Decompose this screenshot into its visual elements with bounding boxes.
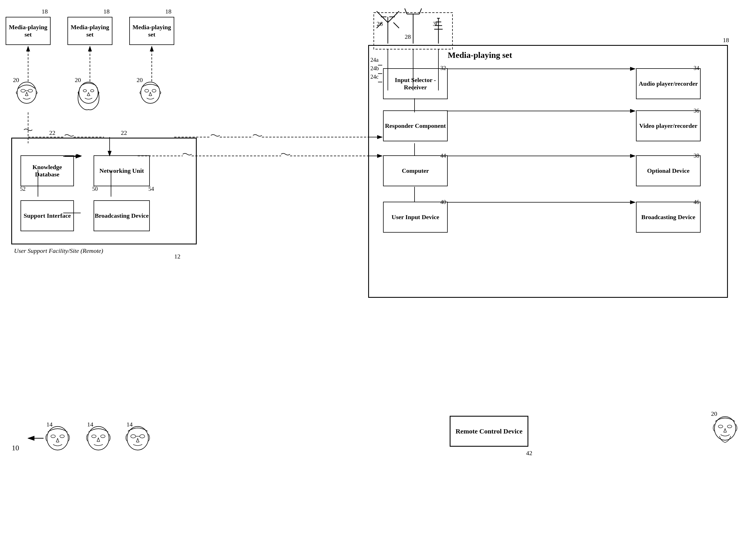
num-52: 52 (20, 186, 25, 192)
svg-point-11 (79, 82, 98, 103)
num-46: 46 (694, 199, 699, 205)
remote-control-box: Remote Control Device (450, 416, 528, 447)
knowledge-db-box: Knowledge Database (20, 155, 74, 186)
num-54: 54 (148, 186, 154, 192)
num-42: 42 (526, 449, 532, 457)
num-34: 34 (694, 65, 699, 71)
computer-label: Computer (402, 167, 429, 174)
svg-point-17 (152, 89, 156, 92)
svg-point-6 (17, 82, 36, 103)
num-32: 32 (440, 65, 446, 71)
facility-box: Knowledge Database Networking Unit Suppo… (11, 137, 197, 244)
num-30: 30 (433, 20, 439, 27)
svg-line-59 (377, 11, 382, 17)
svg-text:20: 20 (75, 76, 81, 84)
num-26: 26 (377, 20, 383, 27)
num-18-right: 18 (723, 37, 729, 44)
svg-point-41 (51, 435, 55, 438)
svg-point-46 (101, 435, 105, 438)
media-set-2-label: Media-playing set (68, 23, 112, 38)
svg-text:20: 20 (13, 76, 19, 84)
svg-point-86 (714, 417, 736, 440)
num-18-3: 18 (165, 8, 171, 15)
system-number: 10 (12, 444, 19, 452)
num-24a: 24a (370, 57, 379, 63)
svg-text:20: 20 (711, 410, 717, 417)
svg-point-88 (727, 425, 732, 428)
video-player-label: Video player/recorder (639, 122, 697, 129)
svg-text:20: 20 (137, 76, 143, 84)
computer-box: Computer (383, 155, 448, 186)
svg-point-7 (21, 89, 25, 92)
support-interface-label: Support Interface (23, 212, 71, 219)
svg-point-40 (47, 427, 68, 450)
responder-box: Responder Component (383, 110, 448, 141)
num-40: 40 (440, 199, 446, 205)
num-28: 28 (405, 33, 411, 41)
broadcasting-device-left-box: Broadcasting Device (94, 200, 150, 231)
svg-point-50 (140, 435, 145, 438)
svg-text:14: 14 (87, 421, 93, 428)
right-outer-box: Media-playing set Input Selector -Receiv… (368, 45, 728, 298)
audio-player-box: Audio player/recorder (636, 68, 701, 99)
facility-label: User Support Facility/Site (Remote) (14, 247, 103, 255)
responder-label: Responder Component (385, 122, 446, 129)
networking-unit-box: Networking Unit (94, 155, 150, 186)
num-24b: 24b (370, 65, 379, 72)
networking-unit-label: Networking Unit (100, 167, 144, 174)
svg-point-42 (60, 435, 64, 438)
svg-point-45 (92, 435, 96, 438)
broadcasting-device-right-label: Broadcasting Device (641, 214, 695, 221)
svg-rect-72 (374, 13, 452, 49)
svg-text:22: 22 (121, 129, 127, 136)
svg-point-16 (145, 89, 149, 92)
num-24c: 24c (370, 73, 379, 80)
svg-text:14: 14 (126, 421, 132, 428)
num-18-1: 18 (42, 8, 48, 15)
svg-point-44 (88, 427, 109, 450)
right-title: Media-playing set (448, 50, 512, 60)
broadcasting-device-right-box: Broadcasting Device (636, 202, 701, 233)
media-set-1: Media-playing set (6, 17, 51, 45)
svg-point-48 (127, 427, 148, 450)
svg-text:14: 14 (46, 421, 53, 428)
svg-line-56 (388, 17, 393, 22)
remote-control-label: Remote Control Device (455, 428, 523, 435)
support-interface-box: Support Interface (20, 200, 74, 231)
video-player-box: Video player/recorder (636, 110, 701, 141)
broadcasting-device-left-label: Broadcasting Device (95, 212, 149, 219)
media-set-3: Media-playing set (129, 17, 174, 45)
svg-line-71 (419, 8, 422, 14)
num-38: 38 (694, 153, 699, 159)
facility-number: 12 (174, 253, 180, 260)
num-18-2: 18 (103, 8, 110, 15)
svg-line-55 (382, 17, 388, 22)
svg-point-49 (131, 435, 136, 438)
svg-text:22: 22 (49, 129, 55, 136)
optional-device-label: Optional Device (647, 167, 690, 174)
num-36: 36 (694, 108, 699, 114)
svg-point-87 (718, 425, 723, 428)
num-44: 44 (440, 153, 446, 159)
user-input-label: User Input Device (391, 214, 439, 221)
svg-point-8 (28, 89, 33, 92)
svg-point-12 (83, 90, 87, 92)
svg-point-15 (141, 82, 160, 103)
svg-point-13 (91, 90, 94, 92)
input-selector-label: Input Selector -Receiver (384, 76, 447, 91)
svg-line-61 (393, 11, 399, 17)
audio-player-label: Audio player/recorder (639, 80, 698, 88)
media-set-2: Media-playing set (67, 17, 112, 45)
num-50: 50 (92, 186, 98, 192)
input-selector-box: Input Selector -Receiver (383, 68, 448, 99)
svg-line-62 (393, 22, 399, 28)
user-input-box: User Input Device (383, 202, 448, 233)
media-set-1-label: Media-playing set (6, 23, 50, 38)
svg-line-70 (405, 8, 407, 14)
knowledge-db-label: Knowledge Database (21, 164, 73, 178)
media-set-3-label: Media-playing set (130, 23, 174, 38)
optional-device-box: Optional Device (636, 155, 701, 186)
